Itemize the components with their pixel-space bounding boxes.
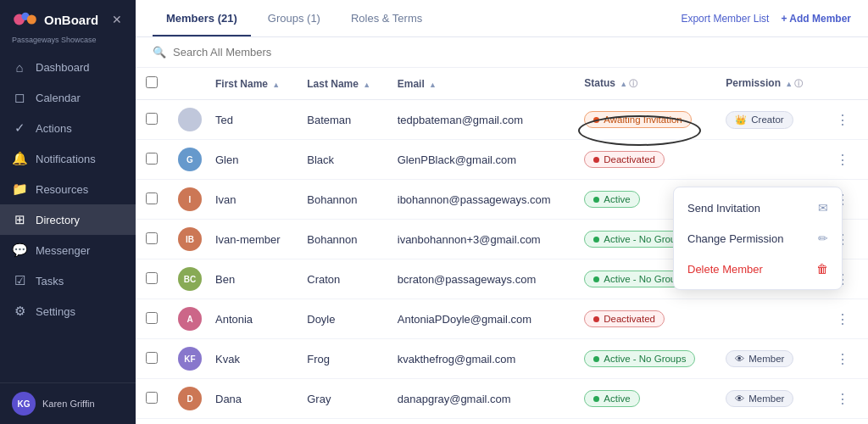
row-checkbox[interactable] bbox=[146, 192, 158, 204]
table-row: KG Karen Griffin kgriffin@passageways.co… bbox=[136, 419, 868, 425]
col-email: Email ▲ bbox=[387, 68, 575, 100]
permission-badge: 👑Creator bbox=[726, 111, 793, 129]
context-menu-item-change-permission[interactable]: Change Permission✏ bbox=[674, 223, 842, 254]
select-all-checkbox[interactable] bbox=[146, 76, 158, 88]
last-name: Bohannon bbox=[297, 220, 387, 259]
svg-point-2 bbox=[27, 15, 36, 25]
row-checkbox[interactable] bbox=[146, 113, 158, 125]
sidebar-label-settings: Settings bbox=[36, 305, 75, 318]
row-checkbox[interactable] bbox=[146, 272, 158, 284]
resources-icon: 📁 bbox=[12, 181, 27, 197]
sidebar-item-dashboard[interactable]: ⌂Dashboard bbox=[0, 53, 136, 82]
add-member-button[interactable]: + Add Member bbox=[781, 13, 851, 25]
tab-roles---terms[interactable]: Roles & Terms bbox=[337, 0, 436, 36]
tabs-bar: Members (21)Groups (1)Roles & Terms Expo… bbox=[136, 0, 868, 37]
search-bar: 🔍 bbox=[136, 37, 868, 68]
email: kgriffin@passageways.com bbox=[387, 419, 575, 425]
last-name: Craton bbox=[297, 259, 387, 299]
email: tedpbateman@gmail.com bbox=[387, 100, 575, 140]
sidebar-item-settings[interactable]: ⚙Settings bbox=[0, 296, 136, 326]
member-avatar: G bbox=[178, 148, 202, 171]
export-button[interactable]: Export Member List bbox=[681, 13, 769, 25]
sidebar-label-dashboard: Dashboard bbox=[36, 61, 90, 74]
row-checkbox[interactable] bbox=[146, 352, 158, 364]
tasks-icon: ☑ bbox=[12, 273, 27, 288]
row-checkbox[interactable] bbox=[146, 153, 158, 165]
row-more-button[interactable]: ⋮ bbox=[831, 389, 854, 409]
table-row: KF Kvak Frog kvakthefrog@gmail.com Activ… bbox=[136, 339, 868, 379]
sidebar-item-notifications[interactable]: 🔔Notifications bbox=[0, 143, 136, 174]
table-row: D Dana Gray danapgray@gmail.com Active 👁… bbox=[136, 379, 868, 419]
member-avatar bbox=[178, 108, 202, 131]
sidebar-item-messenger[interactable]: 💬Messenger bbox=[0, 235, 136, 265]
logo-text: OnBoard bbox=[44, 13, 98, 27]
sidebar-label-directory: Directory bbox=[36, 214, 80, 226]
status-cell: Awaiting Invitation bbox=[574, 100, 715, 140]
tabs-actions: Export Member List + Add Member bbox=[681, 13, 851, 25]
actions-icon: ✓ bbox=[12, 120, 27, 136]
ctx-icon: 🗑 bbox=[816, 262, 828, 276]
first-name: Dana bbox=[205, 379, 297, 419]
permission-badge: 👁Member bbox=[726, 390, 793, 407]
row-more-button[interactable]: ⋮ bbox=[831, 150, 854, 170]
status-badge: Deactivated bbox=[584, 151, 665, 168]
context-menu-item-send-invitation[interactable]: Send Invitation✉ bbox=[674, 192, 842, 223]
member-avatar: IB bbox=[178, 227, 202, 251]
ctx-icon: ✉ bbox=[818, 201, 828, 215]
col-status: Status ▲ⓘ bbox=[574, 68, 715, 100]
row-checkbox[interactable] bbox=[146, 392, 158, 404]
row-checkbox[interactable] bbox=[146, 232, 158, 244]
status-cell: Deactivated bbox=[574, 299, 715, 339]
sidebar-item-actions[interactable]: ✓Actions bbox=[0, 113, 136, 143]
sidebar-item-resources[interactable]: 📁Resources bbox=[0, 174, 136, 204]
member-avatar: D bbox=[178, 387, 202, 410]
email: danapgray@gmail.com bbox=[387, 379, 575, 419]
notifications-icon: 🔔 bbox=[12, 151, 27, 166]
status-badge: Active bbox=[584, 390, 639, 407]
sidebar-label-notifications: Notifications bbox=[36, 153, 96, 165]
tab-members--21-[interactable]: Members (21) bbox=[153, 0, 251, 36]
sidebar-item-tasks[interactable]: ☑Tasks bbox=[0, 265, 136, 296]
status-cell: Deactivated bbox=[574, 140, 715, 180]
email: bcraton@passageways.com bbox=[387, 259, 575, 299]
row-more-button[interactable]: ⋮ bbox=[831, 310, 854, 329]
first-name: Ben bbox=[205, 259, 297, 299]
user-avatar: KG bbox=[12, 392, 36, 416]
context-menu: Send Invitation✉Change Permission✏Delete… bbox=[673, 187, 843, 290]
sidebar-footer: KG Karen Griffin bbox=[0, 382, 136, 424]
status-badge: Active bbox=[584, 191, 639, 208]
sidebar-label-calendar: Calendar bbox=[36, 92, 81, 104]
close-sidebar-button[interactable]: ✕ bbox=[110, 11, 124, 28]
first-name: Ivan bbox=[205, 180, 297, 220]
logo: OnBoard bbox=[12, 10, 98, 29]
context-menu-item-delete-member[interactable]: Delete Member🗑 bbox=[674, 254, 842, 284]
col-first-name: First Name ▲ bbox=[205, 68, 297, 100]
sidebar-subtitle: Passageways Showcase bbox=[0, 36, 136, 53]
row-more-button[interactable]: ⋮ bbox=[831, 110, 854, 130]
sidebar-label-tasks: Tasks bbox=[36, 275, 64, 287]
sidebar: OnBoard ✕ Passageways Showcase ⌂Dashboar… bbox=[0, 0, 136, 424]
last-name: Bateman bbox=[297, 100, 387, 140]
last-name: Bohannon bbox=[297, 180, 387, 220]
sidebar-label-messenger: Messenger bbox=[36, 244, 90, 257]
sidebar-item-calendar[interactable]: ◻Calendar bbox=[0, 82, 136, 113]
status-cell: Active bbox=[574, 379, 715, 419]
last-name: Black bbox=[297, 140, 387, 180]
row-checkbox[interactable] bbox=[146, 312, 158, 324]
status-badge: Awaiting Invitation bbox=[584, 111, 691, 128]
ctx-icon: ✏ bbox=[818, 232, 828, 245]
first-name: Karen bbox=[205, 419, 297, 425]
permission-badge: 👁Member bbox=[726, 350, 793, 367]
first-name: Ted bbox=[205, 100, 297, 140]
col-permission: Permission ▲ⓘ bbox=[715, 68, 821, 100]
sidebar-item-directory[interactable]: ⊞Directory bbox=[0, 204, 136, 235]
table-header-row: First Name ▲ Last Name ▲ Email ▲ Status … bbox=[136, 68, 868, 100]
tab-groups--1-[interactable]: Groups (1) bbox=[254, 0, 334, 36]
logo-icon bbox=[12, 10, 39, 29]
last-name: Frog bbox=[297, 339, 387, 379]
search-input[interactable] bbox=[173, 46, 359, 59]
messenger-icon: 💬 bbox=[12, 243, 27, 258]
row-more-button[interactable]: ⋮ bbox=[831, 349, 854, 369]
directory-icon: ⊞ bbox=[12, 212, 27, 227]
last-name: Doyle bbox=[297, 299, 387, 339]
